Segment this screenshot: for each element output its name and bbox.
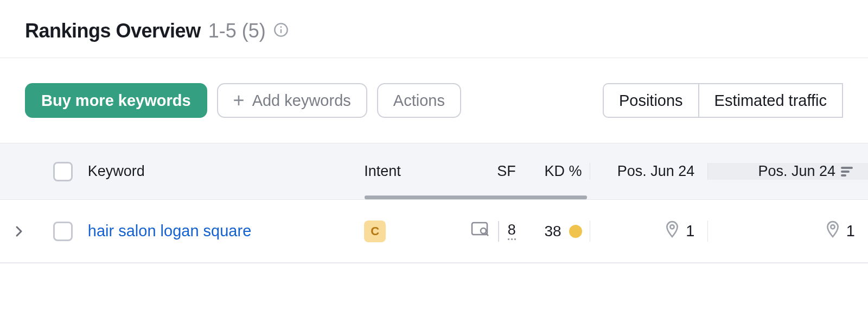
add-keywords-button[interactable]: + Add keywords (217, 83, 367, 118)
section-header: Rankings Overview 1-5 (5) (0, 0, 868, 58)
cell-pos-1: 1 (590, 220, 708, 242)
column-separator (707, 163, 708, 180)
column-label: Pos. Jun 24 (617, 163, 695, 180)
checkbox[interactable] (53, 222, 73, 241)
intent-badge[interactable]: C (364, 220, 386, 242)
svg-rect-3 (841, 167, 853, 169)
column-label: KD % (545, 163, 582, 180)
segment-positions[interactable]: Positions (603, 83, 698, 118)
cell-kd: 38 (521, 223, 590, 240)
svg-line-8 (486, 233, 488, 236)
rankings-table: Keyword Intent SF KD % Pos. Jun 24 Pos. … (0, 143, 868, 263)
view-segmented-control: Positions Estimated traffic (603, 83, 843, 118)
pos-value: 1 (846, 222, 855, 240)
button-label: Buy more keywords (41, 92, 191, 110)
svg-point-9 (671, 225, 674, 229)
segment-label: Positions (619, 92, 683, 110)
table-row: hair salon logan square C 8 (0, 200, 868, 263)
table-header: Keyword Intent SF KD % Pos. Jun 24 Pos. … (0, 143, 868, 200)
map-pin-icon (826, 220, 840, 242)
cell-pos-2: 1 (707, 220, 868, 242)
col-select-all[interactable] (38, 162, 88, 181)
serp-features-icon[interactable] (471, 221, 489, 241)
checkbox[interactable] (53, 162, 73, 181)
segment-estimated-traffic[interactable]: Estimated traffic (698, 83, 843, 118)
map-pin-icon (665, 220, 679, 242)
column-label: SF (497, 163, 516, 180)
column-label: Pos. Jun 24 (758, 163, 835, 180)
chevron-right-icon (15, 225, 23, 238)
actions-button[interactable]: Actions (377, 83, 461, 118)
col-keyword[interactable]: Keyword (88, 163, 364, 180)
cell-intent: C (364, 220, 446, 242)
cell-keyword[interactable]: hair salon logan square (88, 222, 364, 240)
buy-more-keywords-button[interactable]: Buy more keywords (25, 83, 207, 118)
svg-point-7 (481, 228, 486, 234)
sf-value[interactable]: 8 (508, 222, 516, 240)
svg-point-2 (280, 26, 282, 28)
row-select[interactable] (38, 222, 88, 241)
svg-rect-5 (841, 174, 846, 177)
toolbar: Buy more keywords + Add keywords Actions… (0, 58, 868, 143)
kd-difficulty-dot-icon (569, 225, 582, 238)
column-separator (707, 220, 708, 242)
svg-rect-4 (841, 171, 850, 173)
cell-sf: 8 (446, 221, 521, 242)
col-intent[interactable]: Intent (364, 163, 446, 180)
col-pos-1[interactable]: Pos. Jun 24 (590, 163, 708, 180)
divider (498, 221, 499, 242)
result-range: 1-5 (5) (208, 20, 266, 42)
keyword-link[interactable]: hair salon logan square (88, 222, 251, 240)
button-label: Add keywords (252, 92, 351, 110)
column-separator (590, 220, 590, 242)
sort-icon[interactable] (841, 166, 855, 178)
col-sf[interactable]: SF (446, 163, 521, 180)
column-label: Intent (364, 163, 401, 180)
pos-value: 1 (686, 222, 694, 240)
button-label: Actions (393, 92, 445, 110)
page-title: Rankings Overview (25, 20, 201, 42)
column-label: Keyword (88, 163, 145, 180)
column-separator (590, 163, 590, 180)
segment-label: Estimated traffic (714, 92, 827, 110)
kd-value: 38 (544, 223, 561, 240)
col-pos-2[interactable]: Pos. Jun 24 (707, 163, 868, 180)
intent-badge-label: C (371, 224, 379, 238)
col-kd[interactable]: KD % (521, 163, 590, 180)
info-icon[interactable] (273, 22, 289, 40)
svg-point-10 (831, 225, 834, 229)
expand-row[interactable] (0, 225, 38, 238)
plus-icon: + (233, 89, 245, 112)
